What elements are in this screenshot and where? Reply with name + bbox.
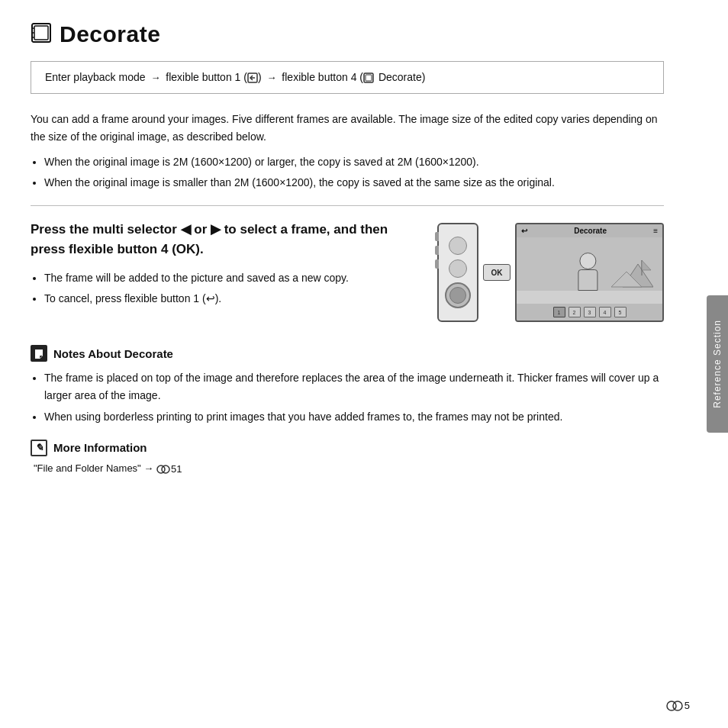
svg-marker-12 (642, 260, 651, 270)
notes-bullets: The frame is placed on top of the image … (44, 369, 664, 425)
cam-btn-top (449, 237, 467, 255)
page-title: Decorate (60, 21, 160, 47)
notes-section: Notes About Decorate The frame is placed… (31, 345, 664, 474)
cam-nub-3 (435, 259, 439, 269)
cam-nub-1 (435, 232, 439, 241)
instruction-bullet: To cancel, press flexible button 1 (↩). (44, 290, 422, 308)
instruction-text-block: Press the multi selector ◀ or ▶ to selec… (31, 220, 422, 320)
page-title-row: Decorate (31, 21, 664, 47)
svg-point-18 (673, 701, 682, 710)
page-number: 5 (666, 700, 690, 711)
notes-bullet-1: The frame is placed on top of the image … (44, 369, 664, 404)
svg-rect-8 (366, 75, 372, 81)
notes-heading: Notes About Decorate (53, 347, 173, 360)
frame-1: 1 (553, 307, 565, 317)
description-bullets: When the original image is 2M (1600×1200… (44, 153, 664, 192)
page-num-text: 5 (685, 700, 690, 711)
instruction-heading: Press the multi selector ◀ or ▶ to selec… (31, 220, 422, 259)
ok-button-graphic: OK (483, 264, 511, 281)
bullet-item: When the original image is smaller than … (44, 174, 664, 192)
nav-text: Enter playback mode → flexible button 1 … (45, 71, 425, 83)
camera-nubs (435, 232, 439, 269)
decorate-title-icon (31, 22, 52, 47)
screen-title: Decorate (574, 227, 607, 235)
instruction-bullets: The frame will be added to the picture a… (44, 269, 422, 308)
frame-4: 4 (599, 307, 611, 317)
more-info-heading-row: ✎ More Information (31, 440, 664, 456)
cam-btn-large (445, 282, 471, 308)
instruction-section: Press the multi selector ◀ or ▶ to selec… (31, 220, 664, 322)
figure-body (578, 269, 598, 291)
svg-point-16 (162, 465, 169, 473)
section-divider (31, 205, 664, 206)
frame-3: 3 (584, 307, 596, 317)
instruction-bullet: The frame will be added to the picture a… (44, 269, 422, 287)
sidebar-label: Reference Section (712, 320, 723, 408)
notes-heading-row: Notes About Decorate (31, 345, 664, 362)
camera-illustration: OK ↩ Decorate ≡ (437, 223, 664, 322)
frame-5: 5 (614, 307, 627, 317)
camera-screen: ↩ Decorate ≡ (515, 223, 664, 322)
notes-bullet-2: When using borderless printing to print … (44, 408, 664, 426)
mountain-sketch (611, 249, 653, 291)
sidebar-tab: Reference Section (707, 295, 728, 433)
screen-header: ↩ Decorate ≡ (517, 224, 662, 237)
figure-sketch (578, 253, 598, 291)
figure-head (579, 253, 596, 269)
camera-body (437, 223, 478, 322)
screen-back-icon: ↩ (521, 227, 527, 235)
more-info-heading: More Information (53, 441, 147, 454)
description-text: You can add a frame around your images. … (31, 111, 664, 146)
cam-nub-2 (435, 246, 439, 255)
nav-box: Enter playback mode → flexible button 1 … (31, 61, 664, 94)
frame-2: 2 (569, 307, 581, 317)
notes-icon (31, 345, 47, 362)
more-info-link: "File and Folder Names" → 51 (34, 462, 664, 475)
more-info-icon: ✎ (31, 440, 47, 456)
screen-image-area (517, 237, 662, 291)
camera-buttons (445, 237, 471, 308)
svg-rect-1 (34, 26, 48, 40)
bullet-item: When the original image is 2M (1600×1200… (44, 153, 664, 171)
cam-btn-mid (449, 259, 467, 278)
screen-menu-icon: ≡ (653, 227, 658, 235)
screen-footer: 1 2 3 4 5 (517, 304, 662, 321)
